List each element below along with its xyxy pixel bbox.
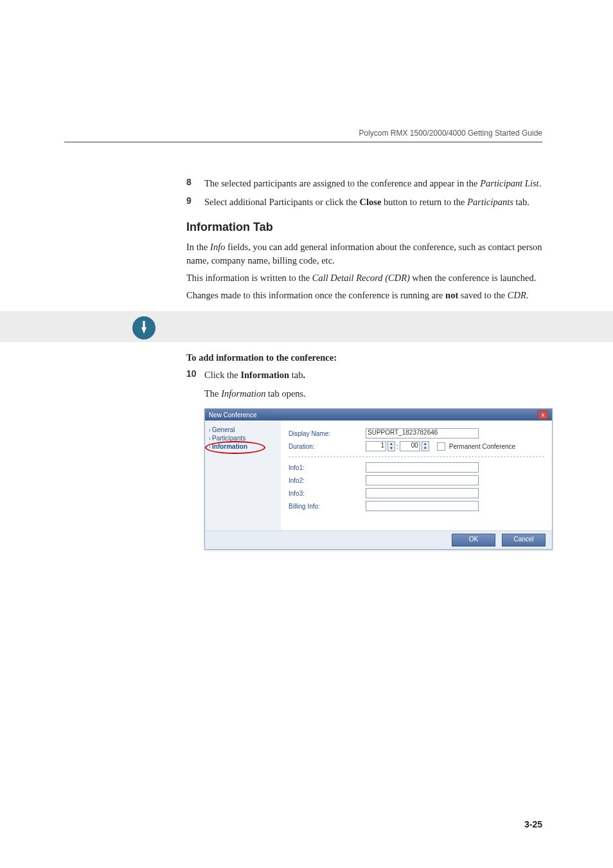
chevron-up-icon: ▲ xyxy=(388,442,395,446)
dialog-close-button[interactable]: x xyxy=(538,410,548,419)
chevron-right-icon: › xyxy=(209,435,211,442)
procedure-title: To add information to the conference: xyxy=(186,351,542,365)
row-duration: Duration: 1 ▲▼ : 00 ▲▼ Permanent Confere… xyxy=(289,441,544,451)
label-info2: Info2: xyxy=(289,477,366,484)
input-info2[interactable] xyxy=(366,475,479,485)
procedure-caption: The Information tab opens. xyxy=(204,387,542,401)
step-number: 8 xyxy=(186,177,204,190)
dialog-nav: ›General ›Participants ›Information xyxy=(205,420,281,530)
input-display-name[interactable]: SUPPORT_1823782646 xyxy=(366,428,479,439)
callout-highlight-icon xyxy=(205,441,265,454)
header-guide-title: Polycom RMX 1500/2000/4000 Getting Start… xyxy=(64,129,542,138)
dialog-title-text: New Conference xyxy=(209,411,256,419)
page-number: 3-25 xyxy=(524,819,542,829)
step-9: 9 Select additional Participants or clic… xyxy=(186,195,542,209)
chevron-up-icon: ▲ xyxy=(422,442,429,446)
step-number: 10 xyxy=(186,368,204,382)
row-billing: Billing Info: xyxy=(289,501,544,511)
label-billing: Billing Info: xyxy=(289,503,366,510)
input-info1[interactable] xyxy=(366,462,479,473)
step-number: 9 xyxy=(186,195,204,209)
nav-item-information[interactable]: ›Information xyxy=(208,442,278,451)
chevron-right-icon: › xyxy=(209,427,211,433)
label-display-name: Display Name: xyxy=(289,430,366,437)
dialog-divider xyxy=(289,457,544,457)
label-permanent: Permanent Conference xyxy=(449,443,515,450)
header-rule xyxy=(64,141,542,143)
new-conference-dialog: New Conference x ›General ›Participants … xyxy=(204,408,553,550)
dialog-titlebar: New Conference x xyxy=(205,409,552,420)
page-header: Polycom RMX 1500/2000/4000 Getting Start… xyxy=(64,129,542,143)
row-display-name: Display Name: SUPPORT_1823782646 xyxy=(289,428,544,439)
spinner-hours[interactable]: ▲▼ xyxy=(387,441,395,451)
row-info3: Info3: xyxy=(289,488,544,498)
note-band xyxy=(0,311,613,342)
label-info1: Info1: xyxy=(289,464,366,471)
chevron-down-icon: ▼ xyxy=(388,446,395,451)
section-para-1: In the Info fields, you can add general … xyxy=(186,240,542,267)
spinner-minutes[interactable]: ▲▼ xyxy=(422,441,429,451)
dialog-footer: OK Cancel xyxy=(205,530,552,549)
duration-separator: : xyxy=(396,443,398,450)
section-para-2: This information is written to the Call … xyxy=(186,271,542,285)
label-duration: Duration: xyxy=(289,443,366,450)
nav-item-general[interactable]: ›General xyxy=(208,426,278,434)
input-billing[interactable] xyxy=(366,501,479,511)
input-info3[interactable] xyxy=(366,488,479,498)
cancel-button[interactable]: Cancel xyxy=(502,534,546,547)
checkbox-permanent[interactable] xyxy=(437,442,445,451)
row-info1: Info1: xyxy=(289,462,544,473)
chevron-down-icon: ▼ xyxy=(422,446,429,451)
step-text: The selected participants are assigned t… xyxy=(204,177,541,190)
input-duration-minutes[interactable]: 00 xyxy=(400,441,420,451)
dialog-main: Display Name: SUPPORT_1823782646 Duratio… xyxy=(281,420,552,530)
step-8: 8 The selected participants are assigned… xyxy=(186,177,542,190)
note-arrow-icon xyxy=(132,316,155,339)
row-info2: Info2: xyxy=(289,475,544,485)
dialog-body: ›General ›Participants ›Information Disp… xyxy=(205,420,552,530)
ok-button[interactable]: OK xyxy=(452,534,495,547)
step-text: Select additional Participants or click … xyxy=(204,195,529,209)
step-10: 10 Click the Information tab. xyxy=(186,368,542,382)
section-heading: Information Tab xyxy=(186,221,542,234)
section-para-3: Changes made to this information once th… xyxy=(186,289,542,302)
input-duration-hours[interactable]: 1 xyxy=(366,441,386,451)
step-text: Click the Information tab. xyxy=(204,368,305,382)
label-info3: Info3: xyxy=(289,490,366,497)
